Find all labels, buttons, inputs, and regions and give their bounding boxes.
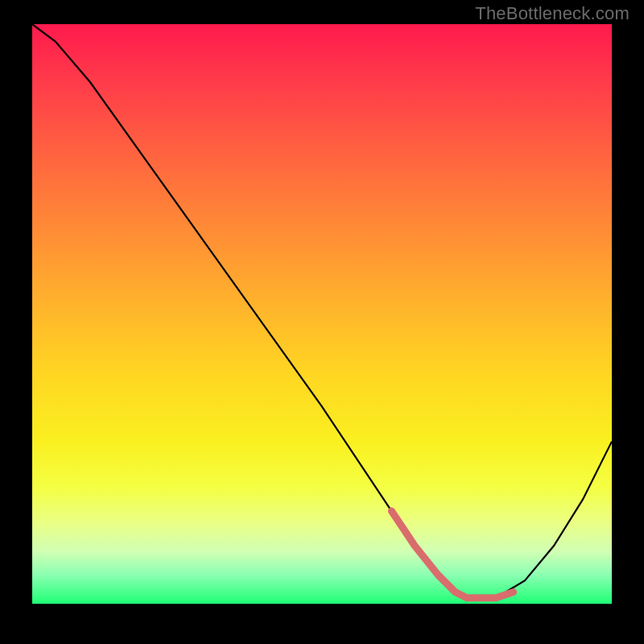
watermark-text: TheBottleneck.com — [475, 3, 630, 24]
plot-area — [32, 24, 612, 604]
curve-layer — [32, 24, 612, 604]
highlight-segment-path — [391, 511, 513, 598]
chart-frame: TheBottleneck.com — [0, 0, 644, 644]
main-curve-path — [32, 24, 612, 598]
